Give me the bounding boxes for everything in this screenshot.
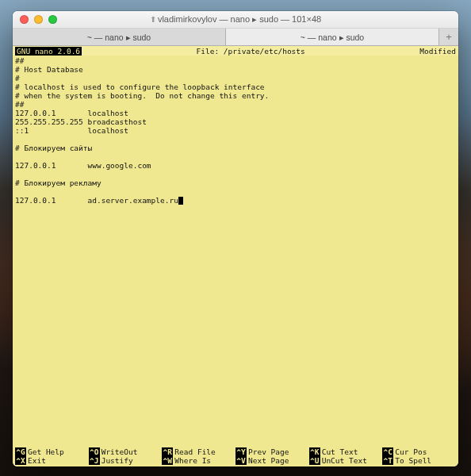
close-icon[interactable] bbox=[20, 15, 29, 24]
zoom-icon[interactable] bbox=[48, 15, 57, 24]
proxy-icon: ⬆ bbox=[150, 15, 156, 24]
shortcut-key: ^K bbox=[309, 447, 320, 456]
nano-filename: File: /private/etc/hosts bbox=[82, 47, 419, 56]
nano-shortcut-bar: ^GGet Help^OWriteOut^RRead File^YPrev Pa… bbox=[13, 447, 458, 466]
shortcut-key: ^W bbox=[162, 456, 173, 465]
shortcut-item: ^CCur Pos bbox=[382, 447, 456, 456]
shortcut-key: ^C bbox=[382, 447, 393, 456]
shortcut-item: ^VNext Page bbox=[236, 456, 309, 465]
shortcut-key: ^Y bbox=[236, 447, 247, 456]
shortcut-key: ^O bbox=[89, 447, 100, 456]
tab-1[interactable]: ~ — nano ▸ sudo bbox=[13, 29, 226, 45]
shortcut-key: ^T bbox=[382, 456, 393, 465]
tab-2[interactable]: ~ — nano ▸ sudo bbox=[226, 29, 439, 45]
window-controls bbox=[13, 15, 57, 24]
nano-version: GNU nano 2.0.6 bbox=[15, 47, 82, 56]
terminal-window: ⬆vladimirkovylov — nano ▸ sudo — 101×48 … bbox=[13, 11, 458, 466]
shortcut-key: ^V bbox=[236, 456, 247, 465]
nano-header: GNU nano 2.0.6 File: /private/etc/hosts … bbox=[13, 46, 458, 56]
shortcut-item: ^OWriteOut bbox=[89, 447, 163, 456]
shortcut-label: Prev Page bbox=[248, 447, 289, 456]
window-title-text: vladimirkovylov — nano ▸ sudo — 101×48 bbox=[158, 14, 321, 24]
nano-modified-flag: Modified bbox=[419, 47, 456, 56]
shortcut-label: Exit bbox=[28, 456, 46, 465]
shortcut-label: Read File bbox=[174, 447, 215, 456]
shortcut-key: ^X bbox=[15, 456, 26, 465]
shortcut-item: ^TTo Spell bbox=[382, 456, 456, 465]
shortcut-label: UnCut Text bbox=[322, 456, 367, 465]
window-titlebar[interactable]: ⬆vladimirkovylov — nano ▸ sudo — 101×48 bbox=[13, 11, 458, 29]
shortcut-item: ^YPrev Page bbox=[236, 447, 309, 456]
shortcut-label: Get Help bbox=[28, 447, 64, 456]
shortcut-key: ^J bbox=[89, 456, 100, 465]
minimize-icon[interactable] bbox=[34, 15, 43, 24]
new-tab-button[interactable]: + bbox=[439, 29, 458, 45]
window-title: ⬆vladimirkovylov — nano ▸ sudo — 101×48 bbox=[13, 14, 458, 25]
shortcut-item: ^GGet Help bbox=[15, 447, 89, 456]
shortcut-label: WriteOut bbox=[101, 447, 138, 456]
shortcut-key: ^R bbox=[162, 447, 173, 456]
nano-editor-body[interactable]: ## # Host Database # # localhost is used… bbox=[13, 56, 458, 205]
shortcut-label: Cut Text bbox=[322, 447, 358, 456]
shortcut-key: ^G bbox=[15, 447, 26, 456]
shortcut-label: Justify bbox=[101, 456, 133, 465]
shortcut-item: ^KCut Text bbox=[309, 447, 383, 456]
terminal-viewport[interactable]: GNU nano 2.0.6 File: /private/etc/hosts … bbox=[13, 46, 458, 466]
shortcut-item: ^XExit bbox=[15, 456, 89, 465]
shortcut-item: ^WWhere Is bbox=[162, 456, 236, 465]
shortcut-label: Next Page bbox=[248, 456, 289, 465]
shortcut-item: ^UUnCut Text bbox=[309, 456, 383, 465]
tab-label: ~ — nano ▸ sudo bbox=[87, 33, 151, 42]
shortcut-label: To Spell bbox=[395, 456, 431, 465]
tab-label: ~ — nano ▸ sudo bbox=[301, 33, 364, 42]
tab-bar: ~ — nano ▸ sudo ~ — nano ▸ sudo + bbox=[13, 29, 458, 46]
text-cursor bbox=[178, 197, 183, 205]
shortcut-label: Where Is bbox=[174, 456, 211, 465]
shortcut-key: ^U bbox=[309, 456, 320, 465]
shortcut-item: ^RRead File bbox=[162, 447, 236, 456]
shortcut-label: Cur Pos bbox=[395, 447, 427, 456]
plus-icon: + bbox=[446, 31, 452, 43]
shortcut-item: ^JJustify bbox=[89, 456, 163, 465]
